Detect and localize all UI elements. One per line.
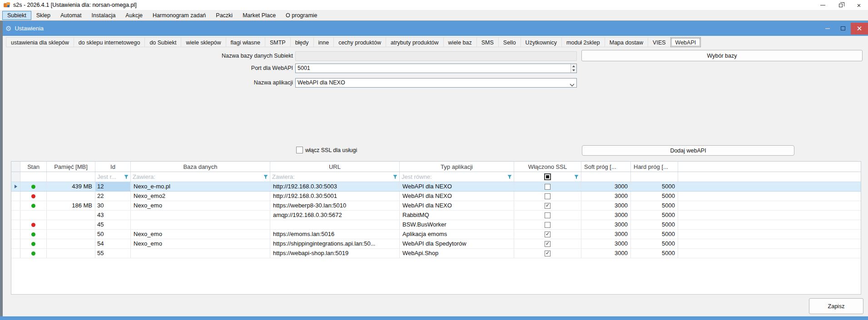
ssl-row-checkbox[interactable] (545, 251, 551, 256)
ssl-row-checkbox[interactable] (545, 203, 551, 209)
cell-soft-prog: 3000 (581, 211, 631, 220)
column-header-soft[interactable]: Soft próg [... (581, 162, 631, 172)
grid-row-id-45[interactable]: 45BSW.BusWorker30005000 (11, 220, 861, 230)
settings-maximize-button[interactable] (835, 21, 851, 36)
spinner-up-button[interactable] (571, 64, 576, 69)
column-header-typ[interactable]: Typ aplikacji (400, 162, 514, 172)
menu-item-aukcje[interactable]: Aukcje (120, 11, 148, 20)
filter-cell-typ[interactable]: Jest równe: (400, 172, 514, 182)
ssl-row-checkbox[interactable] (545, 184, 551, 190)
add-webapi-button[interactable]: Dodaj webAPI (582, 145, 794, 156)
column-header-ssl[interactable]: Włączono SSL (514, 162, 581, 172)
tab-wiele-baz[interactable]: wiele baz (443, 37, 477, 47)
menu-item-subiekt[interactable]: Subiekt (2, 11, 31, 20)
tab-wiele-sklepów[interactable]: wiele sklepów (181, 37, 226, 47)
filter-cell-id[interactable]: Jest r... (95, 172, 131, 182)
tab-moduł-2sklep[interactable]: moduł 2sklep (561, 37, 605, 47)
tab-vies[interactable]: VIES (648, 37, 671, 47)
tab-mapa-dostaw[interactable]: Mapa dostaw (605, 37, 648, 47)
choose-database-button[interactable]: Wybór bazy (581, 50, 863, 61)
menu-item-paczki[interactable]: Paczki (211, 11, 238, 20)
tab-inne[interactable]: inne (313, 37, 334, 47)
column-header-stan[interactable]: Stan (20, 162, 47, 172)
filter-cell-url[interactable]: Zawiera: (270, 172, 400, 182)
cell-url: https://weberp8-30.lan:5010 (270, 201, 400, 210)
ssl-row-checkbox[interactable] (545, 231, 551, 237)
ssl-checkbox[interactable] (296, 147, 303, 153)
filter-funnel-icon[interactable] (507, 175, 512, 179)
tab-smtp[interactable]: SMTP (265, 37, 291, 47)
cell-ssl (514, 192, 581, 201)
filter-cell-ssl[interactable] (514, 172, 581, 182)
tab-flagi-własne[interactable]: flagi własne (226, 37, 265, 47)
filter-funnel-icon[interactable] (393, 175, 397, 179)
ssl-row-checkbox[interactable] (545, 241, 551, 247)
grid-row-id-43[interactable]: 43amqp://192.168.0.30:5672RabbitMQ300050… (11, 211, 861, 220)
ssl-row-checkbox[interactable] (545, 222, 551, 228)
filter-funnel-icon[interactable] (574, 175, 579, 179)
ssl-checkbox-row: włącz SSL dla usługi (296, 147, 357, 153)
column-header-hard[interactable]: Hard próg [... (631, 162, 678, 172)
cell-url (270, 220, 400, 229)
cell-pamiec (47, 230, 95, 239)
column-header-id[interactable]: Id (95, 162, 131, 172)
status-dot-green (31, 185, 35, 189)
tab-webapi[interactable]: WebAPI (670, 37, 701, 47)
cell-baza-danych (131, 211, 270, 220)
menu-item-market-place[interactable]: Market Place (238, 11, 281, 20)
grid-row-id-55[interactable]: 55https://webapi-shop.lan:5019WebApi.Sho… (11, 249, 861, 258)
app-name-dropdown[interactable]: WebAPI dla NEXO (295, 78, 577, 88)
grid-row-id-22[interactable]: 22Nexo_emo2http://192.168.0.30:5001WebAP… (11, 192, 861, 201)
cell-url: https://webapi-shop.lan:5019 (270, 249, 400, 258)
save-button[interactable]: Zapisz (809, 298, 863, 314)
app-minimize-button[interactable] (813, 0, 832, 10)
tab-sms[interactable]: SMS (476, 37, 499, 47)
cell-indicator (11, 211, 20, 220)
tab-do-subiekt[interactable]: do Subiekt (144, 37, 181, 47)
filter-cell-baza[interactable]: Zawiera: (131, 172, 270, 182)
filter-text: Jest r... (97, 173, 124, 180)
tab-użytkownicy[interactable]: Użytkownicy (521, 37, 562, 47)
menu-item-instalacja[interactable]: Instalacja (87, 11, 121, 20)
port-input[interactable]: 5001 (295, 64, 577, 73)
settings-minimize-button[interactable] (820, 21, 835, 36)
tab-cechy-produktów[interactable]: cechy produktów (333, 37, 386, 47)
app-restore-button[interactable] (832, 0, 850, 10)
grid-row-id-12[interactable]: 439 MB12Nexo_e-mo.plhttp://192.168.0.30:… (11, 182, 861, 192)
cell-pamiec (47, 239, 95, 248)
column-header-baza[interactable]: Baza danych (131, 162, 270, 172)
cell-indicator (11, 239, 20, 248)
cell-stan (20, 192, 47, 201)
grid-row-id-50[interactable]: 50Nexo_emohttps://emoms.lan:5016Aplikacj… (11, 230, 861, 239)
grid-row-id-54[interactable]: 54Nexo_emohttps://shippingintegrations.a… (11, 239, 861, 249)
settings-close-button[interactable]: ✕ (851, 23, 868, 34)
ssl-row-checkbox[interactable] (545, 193, 551, 199)
tab-ustawienia-dla-sklepów[interactable]: ustawienia dla sklepów (6, 37, 74, 47)
cell-url: https://shippingintegrations.api.lan:50.… (270, 239, 400, 248)
ssl-row-checkbox[interactable] (545, 212, 551, 218)
spinner-down-button[interactable] (571, 69, 576, 73)
column-header-pam[interactable]: Pamięć [MB] (47, 162, 95, 172)
settings-window-controls: ✕ (820, 21, 868, 36)
app-close-button[interactable]: × (850, 0, 868, 10)
tab-do-sklepu-internetowego[interactable]: do sklepu internetowego (74, 37, 145, 47)
port-label: Port dla WebAPI (251, 64, 293, 73)
cell-hard-prog: 5000 (631, 249, 678, 258)
tab-sello[interactable]: Sello (498, 37, 521, 47)
menu-item-harmonogram-zadań[interactable]: Harmonogram zadań (148, 11, 211, 20)
cell-id: 30 (95, 201, 131, 210)
menu-item-automat[interactable]: Automat (55, 11, 87, 20)
column-header-url[interactable]: URL (270, 162, 400, 172)
tab-błędy[interactable]: błędy (290, 37, 314, 47)
filter-funnel-icon[interactable] (124, 175, 129, 179)
menu-item-sklep[interactable]: Sklep (31, 11, 55, 20)
cell-typ-aplikacji: WebAPI dla NEXO (400, 182, 514, 191)
cell-id: 22 (95, 192, 131, 201)
cell-pamiec: 186 MB (47, 201, 95, 210)
port-spinner (570, 64, 576, 73)
tab-atrybuty-produktów[interactable]: atrybuty produktów (386, 37, 444, 47)
ssl-filter-checkbox[interactable] (544, 173, 551, 180)
menu-item-o-programie[interactable]: O programie (281, 11, 322, 20)
grid-row-id-30[interactable]: 186 MB30Nexo_emohttps://weberp8-30.lan:5… (11, 201, 861, 211)
filter-funnel-icon[interactable] (263, 175, 268, 179)
